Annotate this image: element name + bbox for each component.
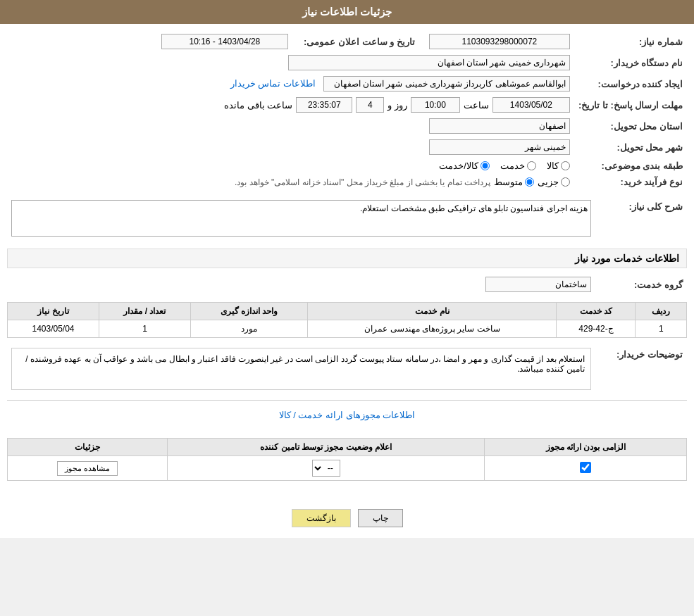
delivery-province-input[interactable] — [429, 118, 570, 134]
print-button[interactable]: چاپ — [358, 509, 403, 527]
buyer-org-label: نام دستگاه خریدار: — [574, 52, 687, 73]
page-title: جزئیات اطلاعات نیاز — [302, 6, 392, 18]
cell-service-name: ساخت سایر پروژه‌های مهندسی عمران — [308, 320, 557, 338]
delivery-city-label: شهر محل تحویل: — [574, 137, 687, 158]
contact-link[interactable]: اطلاعات تماس خریدار — [230, 78, 316, 89]
service-group-table: گروه خدمت: — [7, 274, 687, 295]
buyer-notes-content: استعلام بعد از قیمت گذاری و مهر و امضا ،… — [11, 348, 591, 390]
cell-need-date: 1403/05/04 — [8, 320, 99, 338]
view-permit-label: مشاهده مجوز — [65, 464, 110, 472]
services-data-table: ردیف کد خدمت نام خدمت واحد اندازه گیری ت… — [7, 302, 687, 338]
process-radio-minor[interactable] — [561, 177, 570, 187]
service-group-input[interactable] — [485, 277, 591, 292]
col-service-name: نام خدمت — [308, 303, 557, 320]
perm-col-announce: اعلام وضعیت مجوز توسط تامین کننده — [168, 439, 485, 456]
delivery-city-input[interactable] — [429, 139, 570, 155]
need-number-input[interactable] — [429, 34, 570, 49]
buyer-org-input[interactable] — [288, 55, 570, 70]
buyer-notes-text: استعلام بعد از قیمت گذاری و مهر و امضا ،… — [25, 354, 585, 374]
response-time-input[interactable] — [411, 97, 460, 113]
perm-row: -- مشاهده مجوز — [8, 456, 687, 481]
response-days-input[interactable] — [356, 97, 384, 113]
service-group-label: گروه خدمت: — [595, 274, 687, 295]
cell-service-code: ج-42-429 — [557, 320, 636, 338]
perm-announce-cell: -- — [168, 456, 485, 481]
need-description-section-label: شرح کلی نیاز: — [595, 197, 687, 241]
process-type-label: نوع فرآیند خرید: — [574, 174, 687, 190]
delivery-province-label: استان محل تحویل: — [574, 115, 687, 137]
category-option-service[interactable]: خدمت — [500, 161, 536, 171]
description-table: شرح کلی نیاز: هزینه اجرای فنداسیون تابلو… — [7, 197, 687, 241]
col-row-num: ردیف — [636, 303, 687, 320]
col-service-code: کد خدمت — [557, 303, 636, 320]
col-need-date: تاریخ نیاز — [8, 303, 99, 320]
process-note: پرداخت تمام یا بخشی از مبلغ خریداز محل "… — [235, 177, 490, 187]
process-minor-label: جزیی — [538, 177, 559, 187]
section-divider — [7, 400, 687, 401]
perm-required-cell — [485, 456, 687, 481]
announce-date-label: تاریخ و ساعت اعلان عمومی: — [292, 31, 419, 52]
category-option-goods[interactable]: کالا — [547, 161, 570, 171]
table-row: 1 ج-42-429 ساخت سایر پروژه‌های مهندسی عم… — [8, 320, 687, 338]
permissions-section-title: اطلاعات مجوزهای ارائه خدمت / کالا — [7, 406, 687, 424]
need-info-table: شماره نیاز: تاریخ و ساعت اعلان عمومی: نا… — [7, 31, 687, 190]
category-goods-label: کالا — [547, 161, 559, 171]
view-permit-button[interactable]: مشاهده مجوز — [57, 461, 118, 476]
remaining-time-input[interactable] — [296, 97, 352, 113]
cell-quantity: 1 — [99, 320, 191, 338]
category-radio-service[interactable] — [527, 161, 536, 170]
process-option-medium[interactable]: متوسط — [494, 177, 534, 187]
perm-details-cell: مشاهده مجوز — [8, 456, 168, 481]
cell-row-num: 1 — [636, 320, 687, 338]
permissions-table: الزامی بودن ارائه مجوز اعلام وضعیت مجوز … — [7, 438, 687, 481]
category-radio-goods[interactable] — [561, 161, 570, 170]
need-number-label: شماره نیاز: — [574, 31, 687, 52]
back-button[interactable]: بازگشت — [292, 509, 351, 527]
category-label: طبقه بندی موضوعی: — [574, 158, 687, 174]
category-both-label: کالا/خدمت — [439, 161, 478, 171]
perm-required-checkbox[interactable] — [580, 462, 591, 473]
remaining-time-label: ساعت باقی مانده — [224, 100, 292, 111]
creator-label: ایجاد کننده درخواست: — [574, 73, 687, 94]
cell-unit: مورد — [190, 320, 307, 338]
process-option-minor[interactable]: جزیی — [538, 177, 570, 187]
category-radio-group: کالا خدمت کالا/خدمت — [11, 161, 570, 171]
perm-announce-select[interactable]: -- — [312, 460, 340, 477]
creator-input[interactable] — [323, 76, 570, 92]
response-date-input[interactable] — [492, 97, 570, 113]
process-radio-medium[interactable] — [525, 177, 534, 187]
category-radio-both[interactable] — [481, 161, 490, 170]
col-unit: واحد اندازه گیری — [190, 303, 307, 320]
announce-date-input[interactable] — [161, 34, 288, 49]
category-service-label: خدمت — [500, 161, 525, 171]
category-option-both[interactable]: کالا/خدمت — [439, 161, 490, 171]
response-deadline-label: مهلت ارسال پاسخ: تا تاریخ: — [574, 94, 687, 115]
perm-col-required: الزامی بودن ارائه مجوز — [485, 439, 687, 456]
footer-buttons: بازگشت چاپ — [0, 498, 694, 538]
page-header: جزئیات اطلاعات نیاز — [0, 0, 694, 24]
buyer-notes-table: توضیحات خریدار: استعلام بعد از قیمت گذار… — [7, 345, 687, 393]
response-time-label: ساعت — [464, 100, 489, 111]
col-quantity: تعداد / مقدار — [99, 303, 191, 320]
need-description-textarea[interactable]: هزینه اجرای فنداسیون تابلو های ترافیکی ط… — [11, 200, 591, 237]
buyer-notes-label: توضیحات خریدار: — [595, 345, 687, 393]
process-medium-label: متوسط — [494, 177, 523, 187]
response-days-label: روز و — [388, 100, 407, 111]
perm-col-details: جزئیات — [8, 439, 168, 456]
services-section-title: اطلاعات خدمات مورد نیاز — [7, 249, 687, 268]
